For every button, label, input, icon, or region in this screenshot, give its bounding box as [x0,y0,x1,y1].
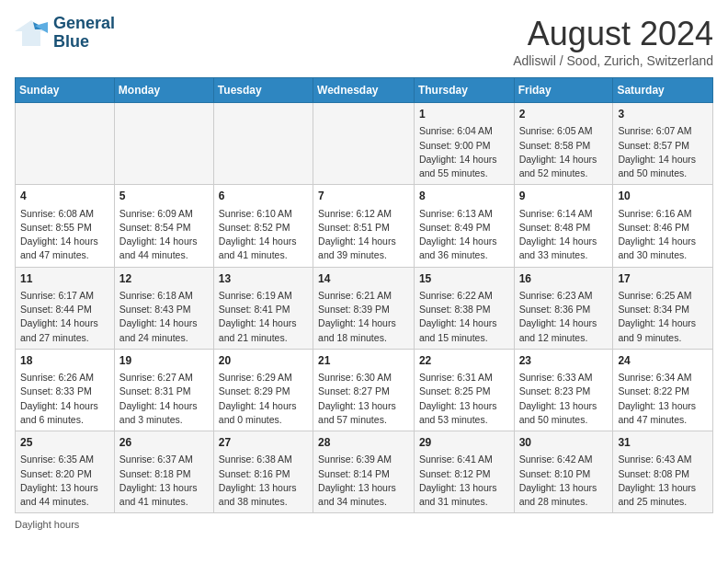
day-number: 30 [519,435,609,451]
logo-line1: General [53,15,115,33]
calendar-header: SundayMondayTuesdayWednesdayThursdayFrid… [16,78,713,103]
calendar-cell: 31Sunrise: 6:43 AM Sunset: 8:08 PM Dayli… [613,431,713,513]
header-cell-wednesday: Wednesday [313,78,415,103]
day-number: 21 [318,353,409,369]
day-info: Sunrise: 6:30 AM Sunset: 8:27 PM Dayligh… [318,371,409,427]
calendar-cell [313,103,415,185]
day-number: 29 [419,435,509,451]
day-info: Sunrise: 6:16 AM Sunset: 8:46 PM Dayligh… [618,207,708,263]
day-number: 11 [20,271,109,287]
calendar-cell: 3Sunrise: 6:07 AM Sunset: 8:57 PM Daylig… [613,103,713,185]
day-info: Sunrise: 6:41 AM Sunset: 8:12 PM Dayligh… [419,453,509,509]
day-info: Sunrise: 6:08 AM Sunset: 8:55 PM Dayligh… [20,207,109,263]
day-number: 15 [419,271,509,287]
calendar-table: SundayMondayTuesdayWednesdayThursdayFrid… [15,77,713,513]
day-number: 18 [20,353,109,369]
calendar-week-2: 4Sunrise: 6:08 AM Sunset: 8:55 PM Daylig… [16,185,713,267]
day-info: Sunrise: 6:25 AM Sunset: 8:34 PM Dayligh… [618,289,708,345]
day-number: 16 [519,271,609,287]
day-info: Sunrise: 6:26 AM Sunset: 8:33 PM Dayligh… [20,371,109,427]
header-cell-monday: Monday [114,78,213,103]
calendar-cell: 5Sunrise: 6:09 AM Sunset: 8:54 PM Daylig… [114,185,213,267]
day-info: Sunrise: 6:19 AM Sunset: 8:41 PM Dayligh… [219,289,308,345]
day-number: 23 [519,353,609,369]
calendar-week-1: 1Sunrise: 6:04 AM Sunset: 9:00 PM Daylig… [16,103,713,185]
day-number: 25 [20,435,109,451]
day-info: Sunrise: 6:35 AM Sunset: 8:20 PM Dayligh… [20,453,109,509]
header-cell-friday: Friday [514,78,613,103]
calendar-cell: 23Sunrise: 6:33 AM Sunset: 8:23 PM Dayli… [514,349,613,431]
day-number: 12 [119,271,209,287]
header-row: SundayMondayTuesdayWednesdayThursdayFrid… [16,78,713,103]
calendar-week-3: 11Sunrise: 6:17 AM Sunset: 8:44 PM Dayli… [16,267,713,349]
calendar-cell: 14Sunrise: 6:21 AM Sunset: 8:39 PM Dayli… [313,267,415,349]
month-title: August 2024 [513,15,713,53]
calendar-cell: 13Sunrise: 6:19 AM Sunset: 8:41 PM Dayli… [213,267,313,349]
calendar-cell: 29Sunrise: 6:41 AM Sunset: 8:12 PM Dayli… [414,431,514,513]
day-info: Sunrise: 6:17 AM Sunset: 8:44 PM Dayligh… [20,289,109,345]
day-info: Sunrise: 6:38 AM Sunset: 8:16 PM Dayligh… [219,453,308,509]
title-block: August 2024 Adliswil / Sood, Zurich, Swi… [513,15,713,68]
day-info: Sunrise: 6:27 AM Sunset: 8:31 PM Dayligh… [119,371,209,427]
day-info: Sunrise: 6:14 AM Sunset: 8:48 PM Dayligh… [519,207,609,263]
calendar-cell: 6Sunrise: 6:10 AM Sunset: 8:52 PM Daylig… [213,185,313,267]
day-number: 28 [318,435,409,451]
header-cell-tuesday: Tuesday [213,78,313,103]
header-cell-thursday: Thursday [414,78,514,103]
calendar-cell: 17Sunrise: 6:25 AM Sunset: 8:34 PM Dayli… [613,267,713,349]
logo-icon [15,17,48,50]
day-info: Sunrise: 6:21 AM Sunset: 8:39 PM Dayligh… [318,289,409,345]
day-info: Sunrise: 6:04 AM Sunset: 9:00 PM Dayligh… [419,124,509,180]
day-number: 5 [119,189,209,204]
day-info: Sunrise: 6:10 AM Sunset: 8:52 PM Dayligh… [219,207,308,263]
day-info: Sunrise: 6:22 AM Sunset: 8:38 PM Dayligh… [419,289,509,345]
day-info: Sunrise: 6:37 AM Sunset: 8:18 PM Dayligh… [119,453,209,509]
calendar-cell: 30Sunrise: 6:42 AM Sunset: 8:10 PM Dayli… [514,431,613,513]
logo-line2: Blue [53,33,115,52]
day-number: 10 [618,189,708,204]
calendar-cell: 12Sunrise: 6:18 AM Sunset: 8:43 PM Dayli… [114,267,213,349]
day-number: 9 [519,189,609,204]
day-number: 6 [219,189,308,204]
day-info: Sunrise: 6:18 AM Sunset: 8:43 PM Dayligh… [119,289,209,345]
day-number: 4 [20,189,109,204]
day-info: Sunrise: 6:39 AM Sunset: 8:14 PM Dayligh… [318,453,409,509]
calendar-cell: 7Sunrise: 6:12 AM Sunset: 8:51 PM Daylig… [313,185,415,267]
calendar-week-4: 18Sunrise: 6:26 AM Sunset: 8:33 PM Dayli… [16,349,713,431]
day-number: 26 [119,435,209,451]
calendar-cell: 27Sunrise: 6:38 AM Sunset: 8:16 PM Dayli… [213,431,313,513]
calendar-cell: 21Sunrise: 6:30 AM Sunset: 8:27 PM Dayli… [313,349,415,431]
day-number: 7 [318,189,409,204]
logo: General Blue [15,15,115,52]
day-number: 8 [419,189,509,204]
calendar-cell: 1Sunrise: 6:04 AM Sunset: 9:00 PM Daylig… [414,103,514,185]
day-number: 20 [219,353,308,369]
logo-text: General Blue [53,15,115,52]
calendar-cell: 20Sunrise: 6:29 AM Sunset: 8:29 PM Dayli… [213,349,313,431]
calendar-cell: 28Sunrise: 6:39 AM Sunset: 8:14 PM Dayli… [313,431,415,513]
day-info: Sunrise: 6:09 AM Sunset: 8:54 PM Dayligh… [119,207,209,263]
day-info: Sunrise: 6:34 AM Sunset: 8:22 PM Dayligh… [618,371,708,427]
calendar-cell [16,103,115,185]
calendar-cell: 9Sunrise: 6:14 AM Sunset: 8:48 PM Daylig… [514,185,613,267]
day-number: 2 [519,107,609,122]
calendar-cell: 16Sunrise: 6:23 AM Sunset: 8:36 PM Dayli… [514,267,613,349]
calendar-cell: 22Sunrise: 6:31 AM Sunset: 8:25 PM Dayli… [414,349,514,431]
calendar-cell [114,103,213,185]
day-info: Sunrise: 6:33 AM Sunset: 8:23 PM Dayligh… [519,371,609,427]
day-info: Sunrise: 6:43 AM Sunset: 8:08 PM Dayligh… [618,453,708,509]
calendar-cell: 18Sunrise: 6:26 AM Sunset: 8:33 PM Dayli… [16,349,115,431]
calendar-cell: 4Sunrise: 6:08 AM Sunset: 8:55 PM Daylig… [16,185,115,267]
day-number: 17 [618,271,708,287]
calendar-cell: 2Sunrise: 6:05 AM Sunset: 8:58 PM Daylig… [514,103,613,185]
calendar-cell: 19Sunrise: 6:27 AM Sunset: 8:31 PM Dayli… [114,349,213,431]
calendar-cell: 25Sunrise: 6:35 AM Sunset: 8:20 PM Dayli… [16,431,115,513]
day-info: Sunrise: 6:31 AM Sunset: 8:25 PM Dayligh… [419,371,509,427]
calendar-cell: 11Sunrise: 6:17 AM Sunset: 8:44 PM Dayli… [16,267,115,349]
calendar-cell [213,103,313,185]
day-number: 27 [219,435,308,451]
day-number: 19 [119,353,209,369]
footer-note: Daylight hours [15,519,713,530]
calendar-body: 1Sunrise: 6:04 AM Sunset: 9:00 PM Daylig… [16,103,713,513]
calendar-cell: 15Sunrise: 6:22 AM Sunset: 8:38 PM Dayli… [414,267,514,349]
